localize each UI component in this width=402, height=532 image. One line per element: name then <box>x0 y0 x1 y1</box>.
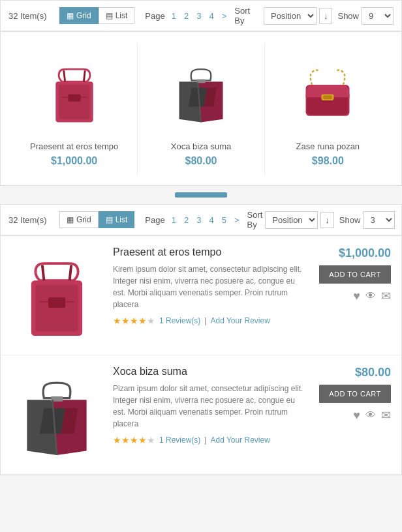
grid-show-section: Show 9 15 30 <box>337 7 394 25</box>
list-page-3-link[interactable]: 3 <box>194 214 204 226</box>
list-item-2-price: $80.00 <box>355 366 391 379</box>
list-products-section: Praesent at eros tempo Kirem ipsum dolor… <box>0 235 402 475</box>
svg-rect-2 <box>68 94 80 101</box>
grid-pagination: Page 1 2 3 4 > <box>145 10 229 22</box>
grid-show-select[interactable]: 9 15 30 <box>362 7 394 25</box>
list-sort-direction-button[interactable]: ↓ <box>320 212 334 228</box>
grid-view-toggle: ▦ Grid ▤ List <box>59 7 134 24</box>
list-item-2-review-link[interactable]: 1 Review(s) <box>159 436 200 445</box>
list-pagination: Page 1 2 3 4 5 > <box>145 214 241 226</box>
list-page-2-link[interactable]: 2 <box>181 214 191 226</box>
list-item-2-rating: ★★★★★ 1 Review(s) | Add Your Review <box>113 435 309 445</box>
svg-marker-5 <box>189 88 208 107</box>
list-item-1-desc: Kirem ipsum dolor sit amet, consectetur … <box>113 263 309 310</box>
list-show-select[interactable]: 3 9 15 <box>363 211 395 229</box>
list-item-2-actions: $80.00 ADD TO CART ♥ 👁 ✉ <box>319 366 391 464</box>
list-page-5-link[interactable]: 5 <box>219 214 229 226</box>
list-icon: ▤ <box>106 11 113 20</box>
wishlist-icon-2[interactable]: ♥ <box>353 409 360 422</box>
list-item-1-actions: $1,000.00 ADD TO CART ♥ 👁 ✉ <box>319 246 391 344</box>
grid-item-3-name: Zase runa pozan <box>273 141 383 151</box>
list-item-count: 32 Item(s) <box>8 215 54 225</box>
list-item-1-review-link[interactable]: 1 Review(s) <box>159 316 200 325</box>
quickview-icon-2[interactable]: 👁 <box>365 409 376 421</box>
section-divider-bar <box>0 186 402 204</box>
list-item-2-stars: ★★★★★ <box>113 435 155 445</box>
page-3-link[interactable]: 3 <box>194 10 204 22</box>
list-item-1-add-to-cart-button[interactable]: ADD TO CART <box>319 265 391 284</box>
grid-sort-direction-button[interactable]: ↓ <box>319 8 333 24</box>
list-item: Xoca biza suma Pizam ipsum dolor sit ame… <box>1 355 401 475</box>
grid-sort-section: Sort By Position Name Price ↓ <box>234 6 332 25</box>
list-sort-section: Sort By Position Name Price ↓ <box>247 210 334 229</box>
wishlist-icon[interactable]: ♥ <box>353 289 360 303</box>
svg-marker-18 <box>40 408 65 434</box>
grid-item-count: 32 Item(s) <box>8 11 54 21</box>
page-2-link[interactable]: 2 <box>181 10 191 22</box>
list-item-2-desc: Pizam ipsum dolor sit amet, consectetur … <box>113 383 309 430</box>
list-item-1-details: Praesent at eros tempo Kirem ipsum dolor… <box>113 246 309 344</box>
grid-item-2-price: $80.00 <box>146 155 256 167</box>
grid-items-container: Praesent at eros tempo $1,000.00 <box>11 42 391 175</box>
grid-view-button[interactable]: ▦ Grid <box>59 7 99 24</box>
grid-item: Xoca biza suma $80.00 <box>138 42 264 175</box>
list-list-view-button[interactable]: ▤ List <box>99 211 135 228</box>
grid-products-section: Praesent at eros tempo $1,000.00 <box>0 31 402 186</box>
list-item-2-title[interactable]: Xoca biza suma <box>113 366 309 377</box>
list-item-2-add-review-link[interactable]: Add Your Review <box>210 436 270 445</box>
grid-item-2-image[interactable] <box>146 50 256 135</box>
list-item-1-stars: ★★★★★ <box>113 316 155 326</box>
list-item-2-image[interactable] <box>11 366 102 464</box>
quickview-icon[interactable]: 👁 <box>365 290 376 302</box>
svg-rect-1 <box>59 85 90 119</box>
grid-icon-2: ▦ <box>67 215 74 224</box>
list-item-1-image[interactable] <box>11 246 102 344</box>
list-next-page-link[interactable]: > <box>232 214 242 226</box>
list-item: Praesent at eros tempo Kirem ipsum dolor… <box>1 236 401 355</box>
grid-item-1-price: $1,000.00 <box>19 155 129 167</box>
grid-item-1-image[interactable] <box>19 50 129 135</box>
list-view-button[interactable]: ▤ List <box>99 7 135 24</box>
list-item-1-action-icons: ♥ 👁 ✉ <box>353 289 391 303</box>
grid-item-2-name: Xoca biza suma <box>146 141 256 151</box>
email-icon[interactable]: ✉ <box>381 289 391 303</box>
pagination-bar-visual <box>175 192 227 198</box>
list-view-toggle: ▦ Grid ▤ List <box>59 211 134 228</box>
list-grid-view-button[interactable]: ▦ Grid <box>59 211 99 228</box>
grid-toolbar: 32 Item(s) ▦ Grid ▤ List Page 1 2 3 4 > … <box>0 0 402 31</box>
grid-item-3-image[interactable] <box>273 50 383 135</box>
email-icon-2[interactable]: ✉ <box>381 408 391 422</box>
list-icon-2: ▤ <box>106 215 113 224</box>
list-item-1-add-review-link[interactable]: Add Your Review <box>210 316 270 325</box>
svg-rect-12 <box>324 95 332 99</box>
list-page-4-link[interactable]: 4 <box>206 214 216 226</box>
list-show-section: Show 3 9 15 <box>339 211 395 229</box>
list-item-1-rating: ★★★★★ 1 Review(s) | Add Your Review <box>113 316 309 326</box>
grid-icon: ▦ <box>67 11 74 20</box>
list-item-1-title[interactable]: Praesent at eros tempo <box>113 246 309 258</box>
list-item-1-price: $1,000.00 <box>339 246 391 260</box>
page-1-link[interactable]: 1 <box>169 10 179 22</box>
list-sort-select[interactable]: Position Name Price <box>265 211 318 229</box>
list-item-2-add-to-cart-button[interactable]: ADD TO CART <box>319 385 391 403</box>
grid-item: Praesent at eros tempo $1,000.00 <box>11 42 138 175</box>
page-4-link[interactable]: 4 <box>206 10 216 22</box>
list-item-2-details: Xoca biza suma Pizam ipsum dolor sit ame… <box>113 366 309 464</box>
next-page-link[interactable]: > <box>219 10 230 22</box>
list-toolbar: 32 Item(s) ▦ Grid ▤ List Page 1 2 3 4 5 … <box>0 204 402 235</box>
grid-item: Zase runa pozan $98.00 <box>265 42 391 175</box>
svg-rect-14 <box>35 285 78 332</box>
grid-sort-select[interactable]: Position Name Price <box>264 7 317 25</box>
svg-rect-15 <box>48 297 65 308</box>
list-item-2-action-icons: ♥ 👁 ✉ <box>353 408 391 422</box>
list-page-1-link[interactable]: 1 <box>169 214 179 226</box>
grid-item-1-name: Praesent at eros tempo <box>19 141 129 151</box>
grid-item-3-price: $98.00 <box>273 155 383 167</box>
